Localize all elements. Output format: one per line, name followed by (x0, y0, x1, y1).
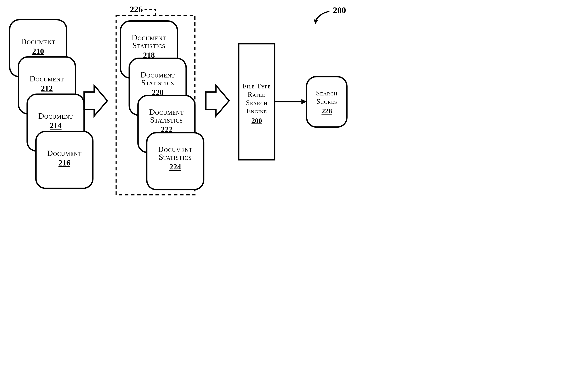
output-ref: 228 (322, 107, 332, 115)
stats-label-2: Statistics (159, 153, 192, 162)
svg-marker-13 (314, 19, 318, 24)
figure-ref-pointer: 200 (314, 5, 346, 24)
stats-label-2: Statistics (132, 41, 165, 50)
document-label: Document (29, 74, 64, 83)
document-ref: 212 (41, 84, 53, 93)
stats-label-1: Document (132, 33, 166, 42)
svg-marker-11 (301, 99, 307, 104)
document-ref: 214 (50, 121, 61, 130)
stats-label-1: Document (140, 70, 175, 79)
engine-line-4: Engine (246, 107, 267, 115)
patent-diagram: Document 210 Document 212 Document 214 D… (0, 0, 576, 392)
stats-label-2: Statistics (150, 115, 183, 124)
stats-label-1: Document (149, 108, 184, 116)
arrow-engine-to-scores (275, 99, 307, 104)
dashed-ref-label: 226 (130, 4, 143, 14)
engine-box: File Type Rated Search Engine 200 (239, 44, 275, 160)
output-line-1: Search (316, 89, 337, 97)
engine-line-3: Search (246, 99, 267, 107)
output-box: Search Scores 228 (307, 77, 347, 127)
documents-stack: Document 210 Document 212 Document 214 D… (10, 20, 93, 188)
document-ref: 216 (58, 159, 70, 167)
stats-stack: Document Statistics 218 Document Statist… (120, 21, 203, 190)
output-line-2: Scores (316, 97, 337, 105)
engine-ref: 200 (251, 117, 262, 125)
stats-label-1: Document (158, 145, 193, 154)
arrow-stats-to-engine (206, 85, 229, 116)
document-label: Document (21, 37, 55, 46)
engine-line-2: Rated (248, 90, 266, 98)
document-card-216: Document 216 (36, 131, 93, 188)
stats-card-224: Document Statistics 224 (147, 133, 203, 190)
figure-ref-top: 200 (333, 5, 346, 15)
document-label: Document (38, 112, 73, 120)
arrow-docs-to-stats (84, 85, 107, 116)
document-ref: 210 (32, 47, 44, 56)
document-label: Document (47, 149, 82, 158)
engine-line-1: File Type (243, 82, 271, 90)
stats-label-2: Statistics (141, 78, 174, 87)
stats-ref: 224 (169, 162, 181, 171)
